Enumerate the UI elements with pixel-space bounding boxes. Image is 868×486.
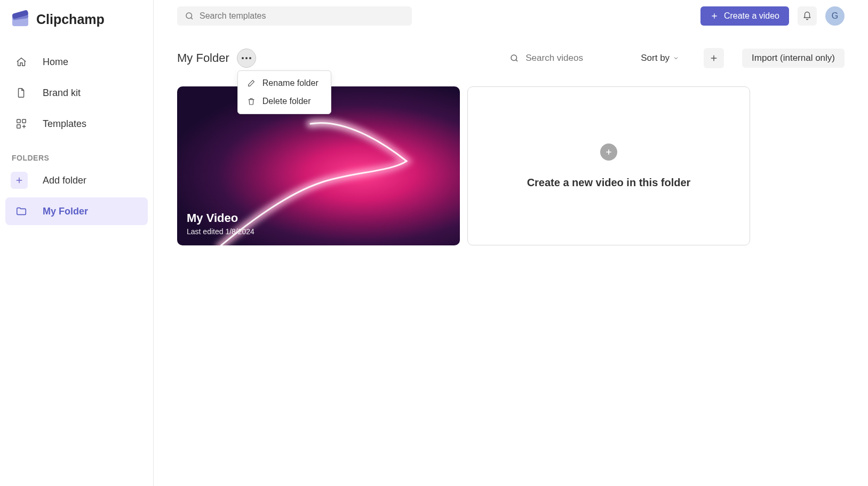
nav-label: Templates (43, 118, 86, 130)
search-icon (509, 53, 519, 63)
nav-home[interactable]: Home (5, 48, 148, 76)
add-button[interactable] (704, 48, 724, 68)
pencil-icon (246, 78, 256, 88)
clipchamp-logo-icon (11, 10, 30, 29)
svg-point-6 (186, 13, 192, 19)
video-title: My Video (187, 211, 450, 225)
plus-icon (710, 12, 719, 20)
sidebar-folder-my-folder[interactable]: My Folder (5, 197, 148, 225)
folder-more-button[interactable]: Rename folder Delete folder (237, 49, 256, 68)
folder-header: My Folder Rename folder Del (154, 32, 868, 74)
folder-title: My Folder (177, 51, 229, 65)
sort-label: Sort by (641, 53, 670, 63)
nav-templates[interactable]: Templates (5, 110, 148, 138)
rename-folder-item[interactable]: Rename folder (238, 74, 331, 92)
search-videos-input[interactable] (525, 53, 611, 63)
import-label: Import (internal only) (752, 53, 835, 63)
add-folder-label: Add folder (43, 175, 86, 186)
search-templates[interactable] (177, 6, 412, 26)
brand-kit-icon (15, 86, 28, 99)
rename-label: Rename folder (262, 78, 318, 88)
folder-context-menu: Rename folder Delete folder (237, 70, 331, 114)
sidebar: Clipchamp Home Brand kit (0, 0, 154, 486)
svg-point-7 (511, 55, 517, 61)
nav-label: Home (43, 57, 68, 68)
search-templates-input[interactable] (200, 11, 404, 21)
plus-circle-icon (600, 144, 617, 161)
primary-nav: Home Brand kit Templates (5, 48, 148, 138)
delete-label: Delete folder (262, 97, 311, 106)
plus-icon (11, 172, 28, 189)
search-icon (185, 11, 194, 21)
nav-brand-kit[interactable]: Brand kit (5, 79, 148, 107)
video-card-overlay: My Video Last edited 1/8/2024 (177, 202, 460, 245)
import-button[interactable]: Import (internal only) (742, 49, 845, 68)
topbar: Create a video G (154, 0, 868, 32)
avatar-initial: G (832, 11, 838, 21)
notifications-button[interactable] (798, 6, 817, 26)
trash-icon (246, 97, 256, 106)
svg-rect-5 (17, 125, 20, 128)
brand-name: Clipchamp (36, 12, 105, 27)
home-icon (15, 55, 28, 68)
more-icon (242, 57, 251, 59)
main-area: Create a video G My Folder (154, 0, 868, 486)
svg-rect-3 (17, 119, 20, 123)
create-video-label: Create a video (724, 11, 779, 21)
nav-label: Brand kit (43, 87, 81, 99)
brand-link[interactable]: Clipchamp (5, 10, 148, 38)
video-last-edited: Last edited 1/8/2024 (187, 227, 450, 236)
add-folder-button[interactable]: Add folder (5, 166, 148, 194)
user-avatar[interactable]: G (825, 6, 845, 26)
bell-icon (802, 11, 812, 21)
sort-by-button[interactable]: Sort by (634, 53, 686, 63)
create-video-button[interactable]: Create a video (700, 6, 789, 26)
folder-label: My Folder (43, 206, 88, 217)
chevron-down-icon (673, 55, 679, 61)
folders-section-label: FOLDERS (5, 138, 148, 166)
plus-icon (709, 53, 719, 63)
delete-folder-item[interactable]: Delete folder (238, 92, 331, 110)
folder-icon (15, 205, 28, 218)
templates-icon (15, 117, 28, 130)
create-video-card[interactable]: Create a new video in this folder (467, 86, 750, 245)
create-card-label: Create a new video in this folder (527, 177, 691, 189)
search-videos[interactable] (509, 53, 611, 63)
svg-rect-4 (22, 119, 26, 123)
